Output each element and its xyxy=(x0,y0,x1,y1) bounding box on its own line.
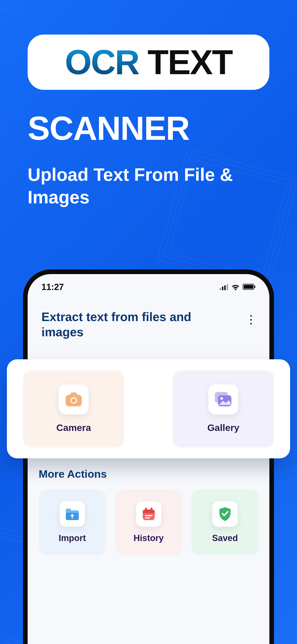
status-bar: 11:27 xyxy=(28,281,269,298)
more-actions-header: More Actions xyxy=(39,468,258,480)
svg-rect-3 xyxy=(226,284,228,290)
folder-upload-icon xyxy=(60,502,85,527)
saved-label: Saved xyxy=(212,533,238,543)
more-actions-section: More Actions Import xyxy=(39,468,258,555)
svg-rect-17 xyxy=(150,508,152,511)
svg-rect-18 xyxy=(145,515,152,516)
svg-rect-19 xyxy=(145,517,150,518)
page-title: Extract text from files and images xyxy=(42,309,202,340)
battery-icon xyxy=(243,284,256,291)
overflow-menu-button[interactable] xyxy=(246,312,256,328)
import-label: Import xyxy=(59,533,86,543)
gallery-icon xyxy=(208,384,238,414)
wifi-icon xyxy=(231,284,240,290)
promo-scanner-title: SCANNER xyxy=(28,112,269,145)
history-label: History xyxy=(134,533,164,543)
camera-tile[interactable]: Camera xyxy=(23,370,124,448)
svg-rect-16 xyxy=(145,508,147,511)
svg-rect-15 xyxy=(143,512,155,513)
import-tile[interactable]: Import xyxy=(39,490,106,555)
status-icons xyxy=(220,284,256,291)
svg-point-9 xyxy=(72,399,76,402)
promo-title-pill: OCR TEXT xyxy=(28,34,269,90)
svg-point-12 xyxy=(220,397,223,400)
shield-check-icon xyxy=(212,502,238,527)
calendar-icon xyxy=(136,502,162,527)
svg-rect-1 xyxy=(222,286,223,290)
svg-rect-0 xyxy=(220,288,221,290)
page-header: Extract text from files and images xyxy=(28,298,269,347)
camera-icon xyxy=(59,384,89,414)
promo-subtitle: Upload Text From File & Images xyxy=(28,164,269,208)
promo-title-ocr: OCR xyxy=(65,43,139,82)
gallery-tile[interactable]: Gallery xyxy=(173,370,274,448)
svg-rect-5 xyxy=(244,285,253,288)
camera-label: Camera xyxy=(56,422,91,433)
history-tile[interactable]: History xyxy=(115,490,182,555)
saved-tile[interactable]: Saved xyxy=(191,490,258,555)
status-time: 11:27 xyxy=(42,282,64,292)
gallery-label: Gallery xyxy=(207,422,239,433)
promo-title-text: TEXT xyxy=(139,43,232,82)
cellular-signal-icon xyxy=(220,284,228,290)
svg-rect-6 xyxy=(254,286,255,288)
primary-actions-card: Camera Gallery xyxy=(7,359,290,458)
svg-rect-2 xyxy=(224,286,226,290)
